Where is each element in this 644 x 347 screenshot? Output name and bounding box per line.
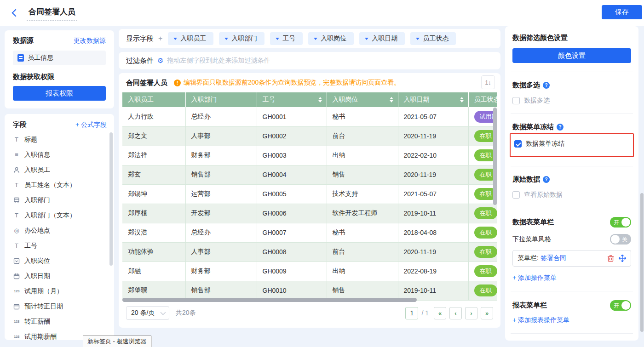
column-header[interactable]: 员工状态	[468, 92, 497, 107]
table-cell: 运营部	[185, 184, 257, 204]
delete-icon[interactable]	[607, 255, 614, 262]
display-field-chip[interactable]: 入职日期	[359, 32, 405, 45]
fields-scrollbar[interactable]	[109, 132, 113, 266]
table-horizontal-scrollbar[interactable]	[122, 298, 417, 302]
field-item[interactable]: ◎办公地点	[13, 223, 114, 238]
back-icon[interactable]	[12, 9, 20, 17]
table-cell: 销售	[327, 281, 398, 300]
column-header[interactable]: 入职日期	[398, 92, 468, 107]
page-number-input[interactable]	[405, 307, 418, 319]
divider	[511, 166, 633, 166]
table-cell: GH0008	[257, 242, 327, 262]
table-row[interactable]: 功能体验人事部GH0008前台2020-11-19在职	[122, 242, 497, 262]
table-cell: 郑厚植	[122, 204, 185, 223]
raw-data-checkbox-row[interactable]: 查看原始数据	[512, 191, 631, 199]
add-action-menu-link[interactable]: + 添加操作菜单	[512, 274, 557, 282]
change-datasource-link[interactable]: 更改数据源	[74, 37, 106, 45]
table-row[interactable]: 郑锡坤运营部GH0005技术支持2021-05-07在职	[122, 184, 497, 204]
menu-item-name[interactable]: 签署合同	[540, 254, 566, 262]
field-item-label: 入职部门（文本）	[24, 211, 76, 220]
table-row[interactable]: 郑法祥财务部GH0003出纳2022-02-10在职	[122, 146, 497, 165]
table-cell: 在职	[468, 146, 497, 165]
table-cell: GH0001	[257, 107, 327, 126]
table-cell: 郑玄	[122, 165, 185, 184]
table-vertical-scrollbar[interactable]	[493, 108, 497, 205]
status-badge: 在职	[474, 284, 497, 296]
field-item[interactable]: 入职岗位	[13, 253, 114, 268]
next-page-button[interactable]: ›	[465, 307, 477, 319]
multi-select-checkbox-row[interactable]: 数据多选	[512, 97, 631, 105]
table-cell: GH0005	[257, 184, 327, 204]
datasource-item[interactable]: 员工信息	[13, 51, 106, 65]
location-icon: ◎	[13, 227, 20, 234]
field-item[interactable]: ≡入职信息	[13, 147, 114, 162]
table-row[interactable]: 郑玄销售部GH0004销售2020-11-19在职	[122, 165, 497, 184]
column-header[interactable]: 入职员工	[122, 92, 185, 107]
table-row[interactable]: 郑之文人事部GH0002前台2020-11-19在职	[122, 126, 497, 146]
field-item[interactable]: 123试用期（月）	[13, 284, 114, 299]
table-row[interactable]: 郑汉浩总经办GH0007秘书2018-04-08在职	[122, 223, 497, 242]
preview-title: 合同签署人员	[126, 79, 167, 87]
page-size-select[interactable]: 20 条/页	[126, 306, 169, 320]
menu-freeze-checkbox-row[interactable]: 数据菜单冻结	[514, 140, 629, 148]
save-button[interactable]: 保存	[602, 5, 642, 19]
field-item[interactable]: 入职日期	[13, 268, 114, 284]
table-cell: 人事部	[185, 242, 257, 262]
display-field-chip[interactable]: 员工状态	[410, 32, 456, 45]
table-row[interactable]: 郑肇骥销售部GH0010销售2019-10-11在职	[122, 281, 497, 300]
move-icon[interactable]	[619, 255, 626, 262]
dropdown-style-toggle[interactable]: 关	[610, 234, 631, 245]
column-header[interactable]: 入职部门	[185, 92, 257, 107]
gear-icon[interactable]: ⚙	[157, 57, 163, 65]
page-total-label: / 1	[421, 309, 429, 317]
checkbox-icon[interactable]	[512, 97, 520, 104]
report-menu-toggle[interactable]: 开	[610, 300, 631, 311]
field-item[interactable]: 入职部门	[13, 193, 114, 208]
display-field-chip[interactable]: 入职部门	[219, 32, 264, 45]
add-formula-field-link[interactable]: + 公式字段	[75, 121, 107, 129]
multi-select-checkbox-label: 数据多选	[524, 97, 550, 105]
sort-arrows-icon[interactable]	[460, 97, 464, 102]
help-icon[interactable]: ?	[557, 124, 564, 131]
display-field-chip[interactable]: 入职员工	[168, 32, 213, 45]
table-row[interactable]: 人力行政总经办GH0001秘书2021-05-07试用期	[122, 107, 497, 126]
field-item[interactable]: T员工姓名（文本）	[13, 177, 114, 193]
field-item[interactable]: T入职部门（文本）	[13, 208, 114, 223]
color-settings-button[interactable]: 颜色设置	[512, 48, 631, 63]
help-icon[interactable]: ?	[543, 82, 550, 89]
report-permission-button[interactable]: 报表权限	[13, 86, 106, 101]
field-item[interactable]: 预计转正日期	[13, 299, 114, 314]
table-cell: 2020-11-19	[398, 165, 468, 184]
field-item[interactable]: 入职员工	[13, 162, 114, 177]
browser-tab-tooltip: 新标签页 - 极速浏览器	[83, 336, 151, 347]
chip-label: 入职部门	[231, 34, 257, 43]
field-item-label: 入职日期	[24, 272, 50, 280]
window-scrollbar[interactable]	[640, 193, 644, 332]
display-field-chip[interactable]: 入职岗位	[308, 32, 354, 45]
first-page-button[interactable]: «	[434, 307, 446, 319]
last-page-button[interactable]: »	[481, 307, 493, 319]
sort-arrows-icon[interactable]	[318, 97, 322, 102]
display-fields-card: 显示字段 + 入职员工入职部门工号入职岗位入职日期员工状态	[119, 29, 500, 48]
sort-order-icon[interactable]: 1↓	[481, 75, 495, 89]
sort-arrows-icon[interactable]	[390, 97, 393, 102]
table-cell: 秘书	[327, 107, 398, 126]
column-header[interactable]: 工号	[257, 92, 327, 107]
field-item[interactable]: T工号	[13, 238, 114, 253]
checkbox-icon[interactable]	[514, 140, 522, 148]
column-header[interactable]: 入职岗位	[327, 92, 398, 107]
help-icon[interactable]: ?	[543, 176, 550, 183]
table-row[interactable]: 郑厚植开发部GH0006软件开发工程师2019-10-11在职	[122, 204, 497, 223]
table-row[interactable]: 郑融财务部GH0009出纳2022-08-19在职	[122, 262, 497, 281]
add-report-action-menu-link[interactable]: + 添加报表操作菜单	[512, 316, 569, 324]
display-field-chip[interactable]: 工号	[270, 32, 303, 45]
field-item[interactable]: T标题	[13, 132, 114, 147]
prev-page-button[interactable]: ‹	[449, 307, 462, 319]
field-item[interactable]: 123转正薪酬	[13, 314, 114, 329]
list-icon: ≡	[13, 151, 20, 159]
table-menu-toggle[interactable]: 开	[610, 217, 631, 228]
checkbox-icon[interactable]	[512, 191, 520, 199]
column-header-label: 入职日期	[404, 96, 430, 103]
preview-table: 入职员工入职部门工号入职岗位入职日期员工状态 人力行政总经办GH0001秘书20…	[122, 92, 497, 301]
add-display-field-icon[interactable]: +	[158, 34, 162, 43]
